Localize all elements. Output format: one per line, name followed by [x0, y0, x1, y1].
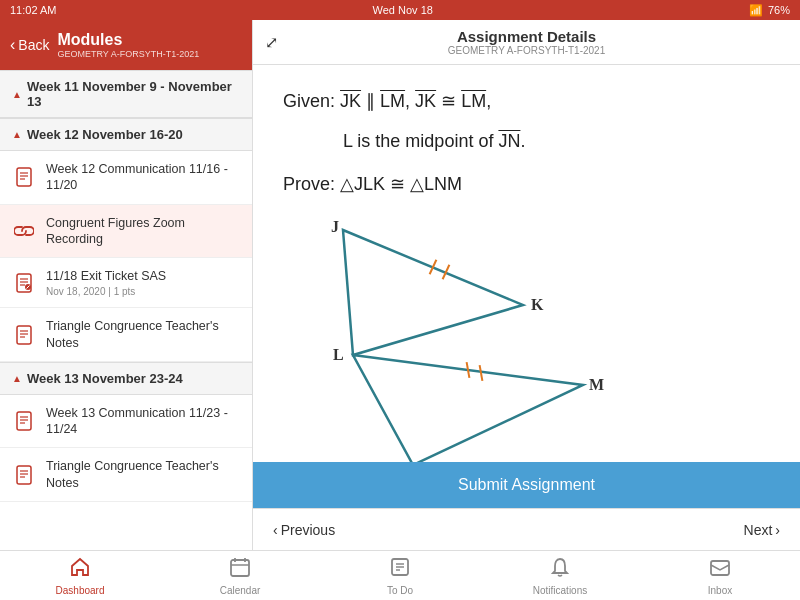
svg-rect-32 [231, 560, 249, 576]
doc-icon-3 [12, 409, 36, 433]
tab-inbox-label: Inbox [708, 585, 732, 596]
calendar-icon [229, 556, 251, 583]
sidebar-subtitle: GEOMETRY A-FORSYTH-T1-2021 [57, 49, 199, 59]
svg-rect-13 [17, 412, 31, 430]
exit11-sub: Nov 18, 2020 | 1 pts [46, 286, 166, 297]
given-line1: Given: JK ∥ LM, JK ≅ LM, [283, 85, 770, 117]
given-line2: L is the midpoint of JN. [283, 125, 770, 157]
status-day: Wed Nov 18 [373, 4, 433, 16]
sidebar-item-exit11[interactable]: 11/18 Exit Ticket SAS Nov 18, 2020 | 1 p… [0, 258, 252, 308]
triangle-diagram: J K L M N [303, 210, 770, 462]
prove-line: Prove: △JLK ≅ △LNM [283, 168, 770, 200]
triangle2-text: Triangle Congruence Teacher's Notes [46, 458, 240, 491]
svg-rect-0 [17, 168, 31, 186]
bell-icon [549, 556, 571, 583]
svg-rect-41 [711, 561, 729, 575]
collapse-arrow-week13: ▲ [12, 373, 22, 384]
content-area: ⤢ Assignment Details GEOMETRY A-FORSYTH-… [253, 20, 800, 550]
tab-todo-label: To Do [387, 585, 413, 596]
exit11-text: 11/18 Exit Ticket SAS [46, 268, 166, 284]
todo-icon [389, 556, 411, 583]
week-group-header-11[interactable]: ▲ Week 11 November 9 - November 13 [0, 70, 252, 118]
nav-bar: ‹ Previous Next › [253, 508, 800, 550]
doc-icon-2 [12, 323, 36, 347]
link-icon [12, 219, 36, 243]
next-chevron-icon: › [775, 522, 780, 538]
tab-dashboard-label: Dashboard [56, 585, 105, 596]
dashboard-icon [69, 556, 91, 583]
tab-calendar-label: Calendar [220, 585, 261, 596]
comm13-text: Week 13 Communication 11/23 - 11/24 [46, 405, 240, 438]
sidebar-item-congruent[interactable]: Congruent Figures Zoom Recording [0, 205, 252, 259]
triangle1-text: Triangle Congruence Teacher's Notes [46, 318, 240, 351]
congruent-text: Congruent Figures Zoom Recording [46, 215, 240, 248]
week11-label: Week 11 November 9 - November 13 [27, 79, 240, 109]
svg-text:J: J [331, 218, 339, 235]
sidebar-item-comm12[interactable]: Week 12 Communication 11/16 - 11/20 [0, 151, 252, 205]
status-bar: 11:02 AM Wed Nov 18 📶 76% [0, 0, 800, 20]
content-header: ⤢ Assignment Details GEOMETRY A-FORSYTH-… [253, 20, 800, 65]
svg-rect-17 [17, 466, 31, 484]
svg-rect-9 [17, 326, 31, 344]
tab-calendar[interactable]: Calendar [160, 551, 320, 600]
week12-label: Week 12 November 16-20 [27, 127, 183, 142]
math-content: Given: JK ∥ LM, JK ≅ LM, L is the midpoi… [283, 85, 770, 200]
tab-notifications[interactable]: Notifications [480, 551, 640, 600]
back-button[interactable]: ‹ Back [10, 36, 49, 54]
tab-dashboard[interactable]: Dashboard [0, 551, 160, 600]
tab-notifications-label: Notifications [533, 585, 587, 596]
sidebar: ‹ Back Modules GEOMETRY A-FORSYTH-T1-202… [0, 20, 253, 550]
doc-icon-4 [12, 463, 36, 487]
pencil-icon [12, 271, 36, 295]
previous-button[interactable]: ‹ Previous [273, 522, 335, 538]
svg-text:K: K [531, 296, 544, 313]
content-scroll[interactable]: Given: JK ∥ LM, JK ≅ LM, L is the midpoi… [253, 65, 800, 462]
battery-level: 76% [768, 4, 790, 16]
prev-label: Previous [281, 522, 335, 538]
back-label: Back [18, 37, 49, 53]
back-chevron-icon: ‹ [10, 36, 15, 54]
submit-bar: Submit Assignment [253, 462, 800, 508]
collapse-arrow-week11: ▲ [12, 89, 22, 100]
svg-text:L: L [333, 346, 344, 363]
svg-line-25 [467, 362, 470, 378]
inbox-icon [709, 556, 731, 583]
tab-inbox[interactable]: Inbox [640, 551, 800, 600]
submit-button[interactable]: Submit Assignment [267, 476, 786, 494]
collapse-arrow-week12: ▲ [12, 129, 22, 140]
wifi-icon: 📶 [749, 4, 763, 17]
next-button[interactable]: Next › [744, 522, 780, 538]
tab-todo[interactable]: To Do [320, 551, 480, 600]
expand-icon[interactable]: ⤢ [265, 33, 278, 52]
tab-bar: Dashboard Calendar To Do Notifications I… [0, 550, 800, 600]
content-header-title: Assignment Details [457, 28, 596, 45]
week13-label: Week 13 November 23-24 [27, 371, 183, 386]
svg-marker-21 [343, 230, 523, 355]
status-time: 11:02 AM [10, 4, 56, 16]
sidebar-header: ‹ Back Modules GEOMETRY A-FORSYTH-T1-202… [0, 20, 252, 70]
sidebar-title: Modules [57, 31, 199, 49]
content-header-subtitle: GEOMETRY A-FORSYTH-T1-2021 [448, 45, 605, 56]
prev-chevron-icon: ‹ [273, 522, 278, 538]
sidebar-item-comm13[interactable]: Week 13 Communication 11/23 - 11/24 [0, 395, 252, 449]
week-group-header-13[interactable]: ▲ Week 13 November 23-24 [0, 362, 252, 395]
svg-line-26 [480, 365, 483, 381]
comm12-text: Week 12 Communication 11/16 - 11/20 [46, 161, 240, 194]
svg-text:M: M [589, 376, 604, 393]
next-label: Next [744, 522, 773, 538]
week-group-header-12[interactable]: ▲ Week 12 November 16-20 [0, 118, 252, 151]
sidebar-item-triangle2[interactable]: Triangle Congruence Teacher's Notes [0, 448, 252, 502]
sidebar-scroll[interactable]: ▲ Week 11 November 9 - November 13 ▲ Wee… [0, 70, 252, 550]
doc-icon [12, 165, 36, 189]
sidebar-item-triangle1[interactable]: Triangle Congruence Teacher's Notes [0, 308, 252, 362]
